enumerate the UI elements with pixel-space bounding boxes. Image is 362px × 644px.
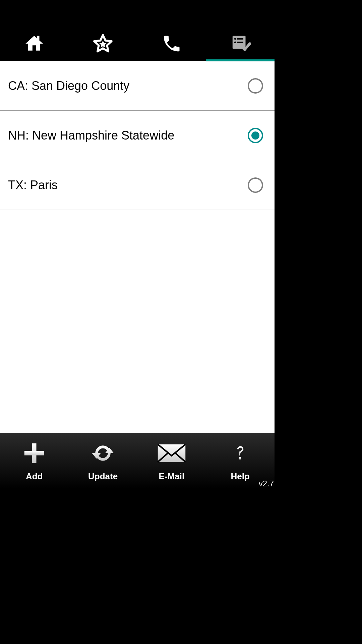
location-list: CA: San Diego County NH: New Hampshire S… [0,61,275,433]
list-item-label: CA: San Diego County [8,79,129,93]
svg-rect-4 [237,42,243,43]
update-button[interactable]: Update [69,440,137,482]
phone-icon [161,33,182,55]
question-icon [231,440,250,471]
star-icon [93,33,113,55]
svg-point-3 [234,42,236,43]
home-icon [23,33,45,55]
update-label: Update [88,471,118,482]
help-label: Help [231,471,249,482]
list-check-icon [230,33,251,55]
svg-rect-7 [239,457,241,459]
email-button[interactable]: E-Mail [137,440,206,482]
tab-home[interactable] [0,28,69,61]
list-item-label: TX: Paris [8,178,58,192]
refresh-icon [88,440,117,471]
tab-favorites[interactable] [69,28,137,61]
svg-point-1 [234,38,236,40]
add-button[interactable]: Add [0,440,69,482]
list-item-label: NH: New Hampshire Statewide [8,128,174,143]
radio-unselected-icon[interactable] [248,78,263,94]
tab-list[interactable] [206,28,275,61]
list-item[interactable]: CA: San Diego County [0,61,275,111]
version-label: v2.7 [259,479,274,488]
list-item[interactable]: NH: New Hampshire Statewide [0,111,275,160]
email-label: E-Mail [159,471,185,482]
top-tab-bar [0,0,275,61]
svg-rect-2 [237,38,243,40]
bottom-action-bar: Add Update [0,433,275,488]
envelope-icon [157,440,187,471]
radio-unselected-icon[interactable] [248,177,263,193]
add-label: Add [26,471,43,482]
svg-rect-6 [24,451,44,455]
list-item[interactable]: TX: Paris [0,160,275,210]
plus-icon [21,440,47,471]
tab-call[interactable] [137,28,206,61]
radio-selected-icon[interactable] [248,128,263,143]
help-button[interactable]: Help [206,440,275,482]
